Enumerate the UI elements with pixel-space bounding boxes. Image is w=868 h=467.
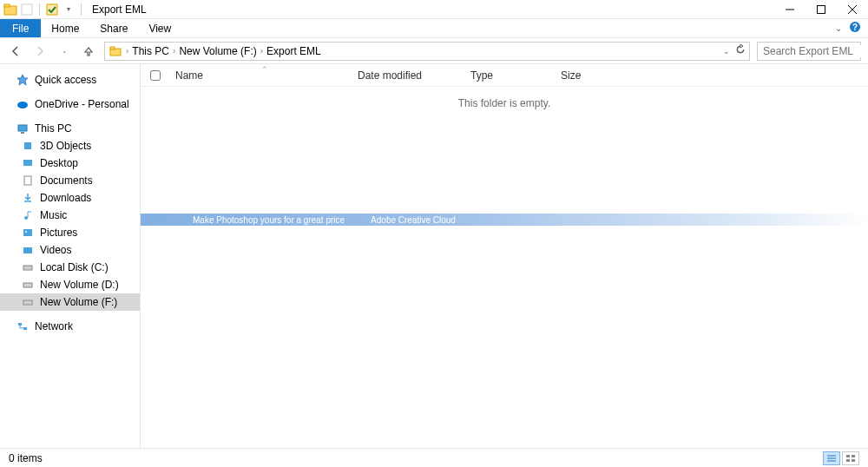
svg-rect-35: [852, 455, 855, 457]
tree-music[interactable]: Music: [0, 207, 140, 224]
svg-rect-2: [22, 4, 32, 15]
search-input[interactable]: [763, 45, 868, 57]
svg-rect-17: [21, 132, 24, 134]
help-icon[interactable]: ?: [849, 21, 861, 36]
chevron-right-icon[interactable]: ›: [173, 46, 175, 56]
svg-rect-23: [23, 229, 32, 236]
tree-quick-access[interactable]: Quick access: [0, 71, 140, 89]
title-bar: ▾ Export EML: [0, 0, 868, 19]
svg-rect-29: [18, 323, 22, 326]
svg-rect-27: [23, 283, 32, 287]
video-icon: [21, 243, 35, 257]
chevron-right-icon[interactable]: ›: [260, 46, 263, 56]
svg-rect-11: [110, 47, 115, 49]
drive-icon: [21, 278, 35, 292]
svg-rect-19: [23, 160, 32, 166]
tree-this-pc[interactable]: This PC: [0, 120, 140, 137]
music-icon: [21, 208, 35, 222]
tab-share[interactable]: Share: [89, 19, 138, 37]
svg-rect-37: [852, 459, 855, 462]
app-icon: [20, 3, 34, 16]
tree-downloads[interactable]: Downloads: [0, 189, 140, 207]
svg-rect-34: [846, 455, 850, 457]
svg-rect-18: [24, 142, 31, 149]
picture-icon: [21, 226, 35, 240]
star-icon: [16, 73, 30, 87]
address-dropdown-icon[interactable]: ⌄: [723, 47, 730, 56]
column-headers: Name⌃ Date modified Type Size: [141, 64, 868, 87]
minimize-button[interactable]: [774, 0, 806, 19]
svg-rect-36: [846, 459, 850, 462]
chevron-right-icon[interactable]: ›: [126, 46, 128, 56]
navigation-bar: ⌄ › This PC › New Volume (F:) › Export E…: [0, 38, 868, 64]
svg-rect-26: [23, 266, 32, 270]
banner-text: Make Photoshop yours for a great price: [193, 215, 345, 225]
tree-pictures[interactable]: Pictures: [0, 224, 140, 241]
svg-rect-25: [23, 247, 32, 253]
svg-rect-1: [4, 4, 10, 7]
folder-icon: [3, 3, 17, 16]
svg-text:?: ?: [852, 23, 858, 32]
status-item-count: 0 items: [9, 452, 43, 464]
banner-text: Adobe Creative Cloud: [371, 215, 456, 225]
tree-3d-objects[interactable]: 3D Objects: [0, 137, 140, 155]
qat-dropdown-icon[interactable]: ▾: [62, 3, 76, 16]
maximize-button[interactable]: [806, 0, 837, 19]
ad-banner[interactable]: Make Photoshop yours for a great price A…: [141, 214, 868, 226]
svg-point-15: [17, 102, 28, 109]
content-area: Name⌃ Date modified Type Size This folde…: [141, 64, 868, 448]
details-view-button[interactable]: [823, 451, 840, 465]
refresh-icon[interactable]: [735, 44, 746, 57]
navigation-tree: Quick access OneDrive - Personal This PC…: [0, 64, 141, 448]
search-box: [757, 42, 861, 61]
tab-home[interactable]: Home: [41, 19, 89, 37]
pc-icon: [16, 122, 30, 135]
breadcrumb-segment[interactable]: Export EML: [266, 45, 321, 57]
window-title: Export EML: [92, 3, 147, 16]
address-bar[interactable]: › This PC › New Volume (F:) › Export EML…: [104, 42, 750, 61]
svg-rect-5: [818, 5, 825, 13]
tree-onedrive[interactable]: OneDrive - Personal: [0, 95, 140, 113]
drive-icon: [21, 295, 35, 309]
close-button[interactable]: [837, 0, 868, 19]
forward-button[interactable]: [31, 43, 49, 60]
svg-marker-14: [17, 75, 28, 85]
tree-desktop[interactable]: Desktop: [0, 155, 140, 172]
up-button[interactable]: [80, 43, 97, 60]
sort-asc-icon: ⌃: [261, 65, 268, 74]
tab-view[interactable]: View: [138, 19, 181, 37]
svg-rect-16: [18, 125, 27, 131]
breadcrumb-segment[interactable]: New Volume (F:): [179, 45, 256, 57]
desktop-icon: [21, 156, 35, 170]
tree-local-disk-c[interactable]: Local Disk (C:): [0, 259, 140, 276]
document-icon: [21, 174, 35, 187]
tree-documents[interactable]: Documents: [0, 172, 140, 189]
svg-rect-20: [24, 176, 31, 185]
svg-rect-28: [23, 300, 32, 305]
tree-new-volume-d[interactable]: New Volume (D:): [0, 276, 140, 293]
icons-view-button[interactable]: [842, 451, 859, 465]
ribbon-tabs: File Home Share View ⌄ ?: [0, 19, 868, 38]
tree-new-volume-f[interactable]: New Volume (F:): [0, 293, 140, 311]
column-type[interactable]: Type: [465, 69, 556, 82]
status-bar: 0 items: [0, 448, 868, 467]
column-size[interactable]: Size: [556, 69, 625, 82]
cloud-icon: [16, 97, 30, 111]
column-date[interactable]: Date modified: [352, 69, 465, 82]
drive-icon: [21, 260, 35, 274]
svg-point-22: [24, 216, 28, 220]
tree-videos[interactable]: Videos: [0, 241, 140, 259]
properties-icon[interactable]: [45, 3, 59, 16]
tab-file[interactable]: File: [0, 19, 41, 37]
recent-dropdown-icon[interactable]: ⌄: [56, 43, 73, 60]
network-icon: [16, 319, 30, 333]
folder-icon: [108, 44, 122, 58]
tree-network[interactable]: Network: [0, 318, 140, 335]
breadcrumb-segment[interactable]: This PC: [132, 45, 169, 57]
select-all-checkbox[interactable]: [150, 70, 161, 81]
back-button[interactable]: [7, 43, 24, 60]
svg-point-24: [25, 231, 27, 233]
column-name[interactable]: Name⌃: [170, 69, 352, 82]
ribbon-expand-icon[interactable]: ⌄: [835, 23, 842, 33]
cube-icon: [21, 139, 35, 153]
